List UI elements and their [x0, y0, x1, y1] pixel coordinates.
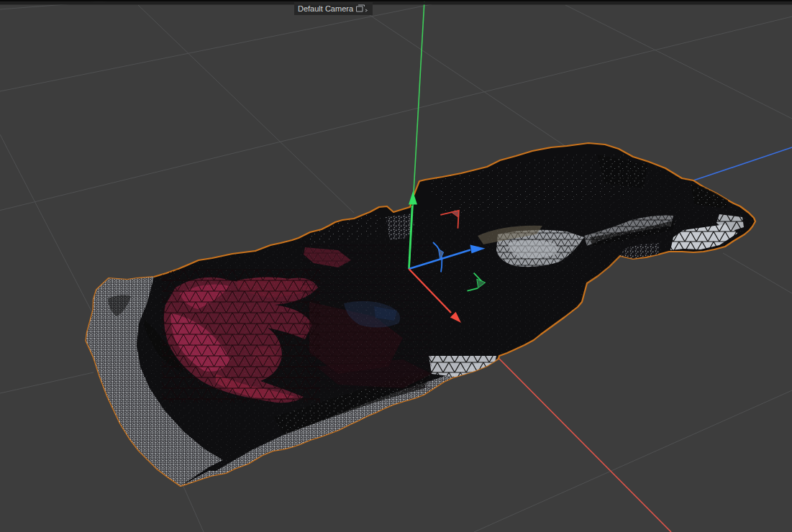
svg-text:Default Camera: Default Camera: [298, 4, 354, 13]
